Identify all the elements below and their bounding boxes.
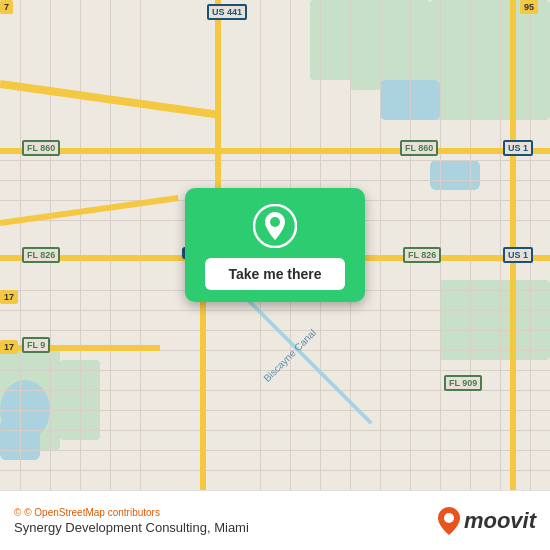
grid-line (140, 0, 141, 490)
road-number-badge-17b: 17 (0, 340, 18, 354)
fl860-left-badge: FL 860 (22, 140, 60, 156)
bottom-bar: © © OpenStreetMap contributors Synergy D… (0, 490, 550, 550)
grid-line (0, 430, 550, 431)
grid-line (0, 410, 550, 411)
grid-line (0, 160, 550, 161)
us1-bottom-badge: US 1 (503, 247, 533, 263)
grid-line (380, 0, 381, 490)
green-area (430, 0, 550, 120)
location-pin-icon (253, 204, 297, 248)
svg-point-2 (444, 513, 454, 523)
us1-road (510, 0, 516, 490)
grid-line (500, 0, 501, 490)
grid-line (50, 0, 51, 490)
grid-line (0, 450, 550, 451)
svg-point-1 (270, 217, 280, 227)
grid-line (80, 0, 81, 490)
us1-top-badge: US 1 (503, 140, 533, 156)
fl909-badge: FL 909 (444, 375, 482, 391)
fl826-right-badge: FL 826 (403, 247, 441, 263)
road-number-badge-7: 7 (0, 0, 13, 14)
grid-line (0, 180, 550, 181)
osm-credit-text: © OpenStreetMap contributors (24, 507, 160, 518)
osm-copyright-symbol: © (14, 507, 21, 518)
road-number-badge: 95 (520, 0, 538, 14)
moovit-pin-icon (438, 507, 460, 535)
fl826-left-badge: FL 826 (22, 247, 60, 263)
grid-line (110, 0, 111, 490)
take-me-there-button[interactable]: Take me there (205, 258, 345, 290)
grid-line (20, 0, 21, 490)
fl860-right-badge: FL 860 (400, 140, 438, 156)
fl860-road (0, 148, 550, 154)
grid-line (410, 0, 411, 490)
water-area (430, 160, 480, 190)
road-number-badge-17: 17 (0, 290, 18, 304)
grid-line (530, 0, 531, 490)
fl9-badge: FL 9 (22, 337, 50, 353)
osm-credit: © © OpenStreetMap contributors (14, 507, 249, 518)
location-name: Synergy Development Consulting, Miami (14, 520, 249, 535)
grid-line (0, 470, 550, 471)
location-popup: Take me there (185, 188, 365, 302)
grid-line (440, 0, 441, 490)
moovit-text: moovit (464, 508, 536, 534)
grid-line (470, 0, 471, 490)
us441-badge: US 441 (207, 4, 247, 20)
moovit-logo: moovit (438, 507, 536, 535)
map-container: Biscayne Canal US 441 FL 860 FL 860 FL 8… (0, 0, 550, 490)
green-area (440, 280, 550, 360)
grid-line (0, 310, 550, 311)
bottom-left-info: © © OpenStreetMap contributors Synergy D… (14, 507, 249, 535)
